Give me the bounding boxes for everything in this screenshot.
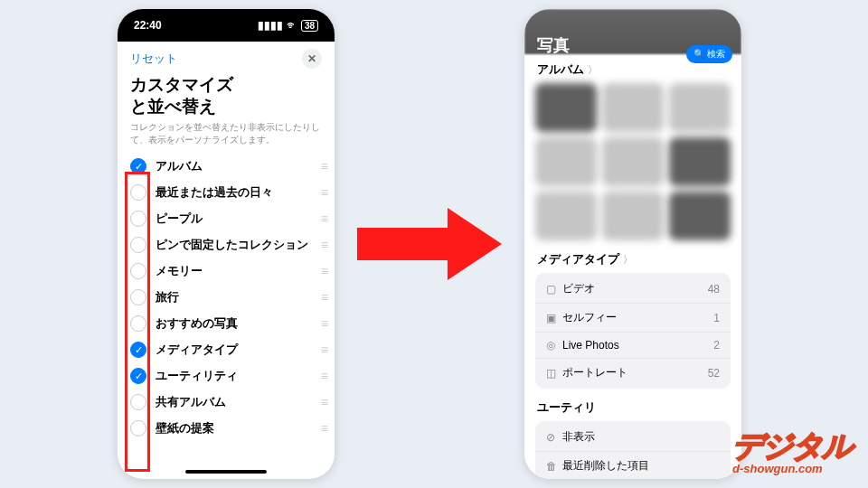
drag-handle-icon[interactable]: ≡: [321, 185, 327, 200]
collection-label: 旅行: [156, 290, 321, 305]
status-icons: ▮▮▮▮ ᯤ 38: [258, 19, 318, 32]
checkbox[interactable]: [130, 211, 146, 227]
collection-label: メディアタイプ: [156, 343, 321, 358]
collection-label: ユーティリティ: [156, 369, 321, 384]
collection-label: アルバム: [156, 159, 321, 174]
checkbox[interactable]: [130, 289, 146, 305]
media-count: 52: [708, 367, 720, 380]
status-bar: 22:40 ▮▮▮▮ ᯤ 38: [118, 9, 335, 42]
media-count: 48: [708, 283, 720, 296]
sheet-title-line1: カスタマイズ: [130, 75, 233, 94]
album-thumb[interactable]: [669, 137, 731, 186]
album-thumb[interactable]: [535, 137, 597, 186]
collection-row[interactable]: 旅行≡: [130, 285, 327, 311]
arrow-head-icon: [448, 208, 502, 280]
wifi-icon: ᯤ: [287, 19, 297, 32]
collections-list: ✓アルバム≡最近または過去の日々≡ピープル≡ピンで固定したコレクション≡メモリー…: [118, 154, 335, 442]
chevron-right-icon: 〉: [588, 63, 598, 77]
status-time: 22:40: [134, 19, 162, 32]
drag-handle-icon[interactable]: ≡: [321, 395, 327, 409]
home-indicator: [185, 470, 267, 474]
checkbox[interactable]: ✓: [130, 342, 146, 358]
albums-grid: [524, 80, 741, 244]
collection-row[interactable]: 最近または過去の日々≡: [130, 180, 327, 206]
collection-label: メモリー: [156, 264, 321, 279]
collection-row[interactable]: ✓アルバム≡: [130, 154, 327, 180]
reset-button[interactable]: リセット: [130, 51, 177, 67]
sheet-title: カスタマイズ と並べ替え: [118, 72, 335, 121]
phone-left: 22:40 ▮▮▮▮ ᯤ 38 リセット ✕ カスタマイズ と並べ替え コレクシ…: [118, 9, 335, 479]
drag-handle-icon[interactable]: ≡: [321, 159, 327, 174]
signal-icon: ▮▮▮▮: [258, 19, 283, 32]
logo-text: デジタル: [732, 426, 852, 467]
collection-row[interactable]: ✓ユーティリティ≡: [130, 363, 327, 389]
arrow-graphic: [357, 208, 511, 280]
checkbox[interactable]: [130, 237, 146, 253]
drag-handle-icon[interactable]: ≡: [321, 316, 327, 331]
collection-label: ピープル: [156, 211, 321, 227]
search-icon: 🔍: [693, 49, 704, 59]
drag-handle-icon[interactable]: ≡: [321, 264, 327, 278]
media-label: ビデオ: [562, 281, 708, 296]
checkbox[interactable]: [130, 315, 146, 332]
search-button[interactable]: 🔍 検索: [686, 45, 732, 63]
close-icon: ✕: [307, 52, 316, 65]
drag-handle-icon[interactable]: ≡: [321, 238, 327, 252]
checkbox[interactable]: ✓: [130, 368, 146, 384]
drag-handle-icon[interactable]: ≡: [321, 211, 327, 226]
chevron-right-icon: 〉: [623, 253, 633, 267]
sheet-description: コレクションを並べ替えたり非表示にしたりして、表示をパーソナライズします。: [118, 121, 335, 154]
logo-url: d-showgun.com: [732, 462, 852, 475]
album-thumb[interactable]: [535, 192, 597, 240]
drag-handle-icon[interactable]: ≡: [321, 421, 327, 436]
watermark-logo: デジタル d-showgun.com: [732, 426, 852, 475]
collection-label: ピンで固定したコレクション: [156, 238, 321, 253]
collection-row[interactable]: メモリー≡: [130, 258, 327, 285]
drag-handle-icon[interactable]: ≡: [321, 290, 327, 305]
utility-label: 非表示: [562, 429, 720, 445]
checkbox[interactable]: ✓: [130, 158, 146, 174]
collection-label: おすすめの写真: [156, 316, 321, 332]
media-label: ポートレート: [562, 365, 708, 380]
collection-row[interactable]: ピープル≡: [130, 206, 327, 232]
checkbox[interactable]: [130, 263, 146, 279]
media-label: Live Photos: [562, 339, 713, 352]
collection-row[interactable]: おすすめの写真≡: [130, 311, 327, 337]
close-button[interactable]: ✕: [302, 49, 322, 69]
phone-right: 写真 🔍 検索 アルバム 〉 メディアタイプ 〉 ▢ビデオ48▣セルフィー1◎L…: [524, 9, 741, 479]
album-thumb[interactable]: [669, 83, 731, 132]
album-thumb[interactable]: [535, 83, 597, 132]
collection-label: 共有アルバム: [156, 395, 321, 410]
checkbox[interactable]: [130, 184, 146, 201]
album-thumb[interactable]: [602, 192, 664, 240]
collection-row[interactable]: 共有アルバム≡: [130, 389, 327, 416]
search-label: 検索: [707, 49, 725, 59]
sheet-title-line2: と並べ替え: [130, 97, 216, 116]
collection-label: 壁紙の提案: [156, 421, 321, 436]
battery-icon: 38: [301, 20, 318, 32]
sheet-header: リセット ✕: [118, 42, 335, 72]
utility-label: 最近削除した項目: [562, 458, 720, 474]
drag-handle-icon[interactable]: ≡: [321, 343, 327, 357]
media-count: 1: [713, 312, 720, 324]
drag-handle-icon[interactable]: ≡: [321, 369, 327, 383]
media-count: 2: [713, 339, 720, 352]
checkbox[interactable]: [130, 420, 146, 436]
album-thumb[interactable]: [602, 137, 664, 186]
album-thumb[interactable]: [602, 83, 664, 132]
collection-row[interactable]: 壁紙の提案≡: [130, 416, 327, 442]
media-label: セルフィー: [562, 310, 713, 325]
checkbox[interactable]: [130, 394, 146, 410]
collection-row[interactable]: ピンで固定したコレクション≡: [130, 232, 327, 258]
collection-label: 最近または過去の日々: [156, 185, 321, 201]
collection-row[interactable]: ✓メディアタイプ≡: [130, 337, 327, 363]
album-thumb[interactable]: [669, 192, 731, 240]
